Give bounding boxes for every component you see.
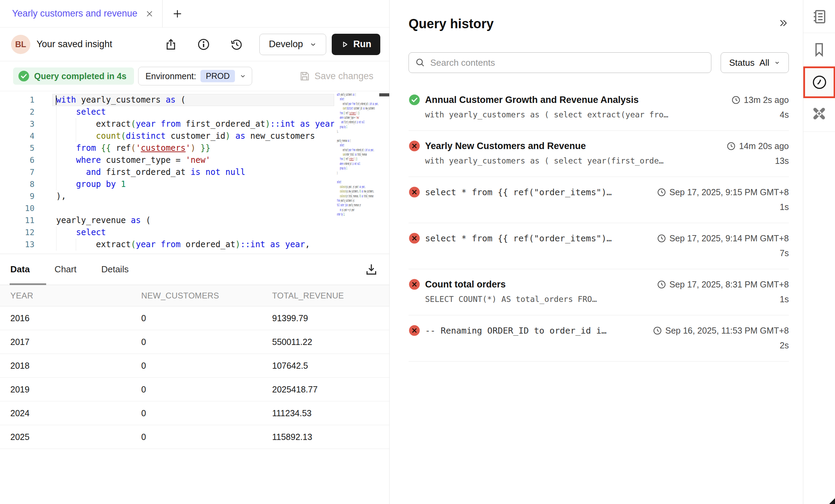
history-item[interactable]: select * from {{ ref("order_items")…Sep …	[409, 223, 789, 269]
results-table-body: 2016091399.7920170550011.2220180107642.5…	[0, 306, 389, 449]
share-icon[interactable]	[164, 38, 177, 51]
history-item[interactable]: select * from {{ ref("order_items")…Sep …	[409, 177, 789, 223]
x-circle-icon	[409, 232, 420, 244]
line-number: 6	[0, 154, 34, 166]
history-icon[interactable]	[230, 38, 243, 51]
table-row: 20250115892.13	[0, 425, 389, 449]
floppy-icon	[299, 71, 310, 82]
clock-icon	[731, 95, 741, 105]
results-tab-data[interactable]: Data	[10, 254, 30, 285]
check-circle-icon	[18, 70, 30, 82]
line-number: 9	[0, 190, 34, 202]
table-cell: 115892.13	[272, 432, 389, 442]
status-filter-value: All	[759, 57, 769, 68]
notebook-icon[interactable]	[803, 8, 835, 25]
tab-yearly-customers[interactable]: Yearly customers and revenue	[0, 0, 154, 27]
search-input[interactable]	[430, 57, 705, 68]
code-line[interactable]: group by 1	[52, 178, 334, 190]
line-number: 1	[0, 94, 34, 106]
sql-editor[interactable]: 12345678910111213 with yearly_customers …	[0, 91, 389, 254]
history-item-duration: 4s	[780, 110, 789, 120]
document-title: Your saved insight	[37, 39, 112, 50]
query-history-panel: Query history Status All Annual Customer…	[390, 0, 803, 504]
run-button[interactable]: Run	[332, 34, 380, 55]
table-cell: 2024	[10, 408, 141, 418]
results-tab-details[interactable]: Details	[101, 254, 128, 285]
status-filter-dropdown[interactable]: Status All	[721, 52, 789, 73]
avatar: BL	[11, 35, 30, 54]
history-item-title: -- Renaming ORDER_ID to order_id i…	[425, 326, 607, 336]
download-icon[interactable]	[364, 262, 378, 276]
history-item[interactable]: -- Renaming ORDER_ID to order_id i…Sep 1…	[409, 315, 789, 361]
table-cell: 0	[141, 408, 272, 418]
code-line[interactable]	[52, 202, 334, 214]
develop-dropdown[interactable]: Develop	[259, 34, 326, 55]
table-cell: 0	[141, 337, 272, 347]
table-cell: 91399.79	[272, 313, 389, 323]
editor-scrollbar-thumb[interactable]	[379, 93, 389, 96]
table-cell: 2018	[10, 361, 141, 371]
code-line[interactable]: from {{ ref('customers') }}	[52, 142, 334, 154]
tab-divider	[162, 0, 163, 28]
code-line[interactable]: yearly_revenue as (	[52, 214, 334, 227]
chevron-down-icon	[774, 60, 780, 66]
table-cell: 550011.22	[272, 337, 389, 347]
double-chevron-right-icon[interactable]	[779, 18, 789, 28]
table-row: 201902025418.77	[0, 378, 389, 401]
table-cell: 0	[141, 385, 272, 395]
line-number: 3	[0, 118, 34, 130]
history-item-title: select * from {{ ref("order_items")…	[425, 187, 612, 197]
history-item-time: Sep 17, 2025, 9:15 PM GMT+8	[657, 187, 789, 197]
app-window: Yearly customers and revenue BL Your sav…	[0, 0, 835, 504]
line-number: 5	[0, 142, 34, 154]
active-tool-highlight[interactable]	[803, 66, 835, 98]
editor-code[interactable]: with yearly_customers as ( select extrac…	[52, 94, 334, 251]
info-icon[interactable]	[197, 38, 210, 51]
code-line[interactable]: with yearly_customers as (	[52, 94, 334, 106]
resize-corner	[829, 498, 835, 504]
rail-divider	[803, 33, 835, 33]
history-item-duration: 7s	[780, 248, 789, 258]
code-line[interactable]: select	[52, 106, 334, 118]
history-item-title: Yearly New Customers and Revenue	[425, 141, 586, 151]
search-box[interactable]	[409, 52, 711, 73]
panel-title: Query history	[409, 16, 789, 32]
query-status-badge: Query completed in 4s	[13, 67, 134, 85]
history-item-query: with yearly_customers as ( select year(f…	[425, 156, 663, 165]
history-item-duration: 1s	[780, 294, 789, 304]
plus-icon[interactable]	[172, 8, 183, 20]
results-tab-chart[interactable]: Chart	[54, 254, 76, 285]
rail-divider	[803, 132, 835, 132]
history-item[interactable]: Annual Customer Growth and Revenue Analy…	[409, 85, 789, 131]
minimap-content: with yearly_customers as ( select extrac…	[337, 92, 350, 217]
close-icon[interactable]	[145, 9, 154, 18]
table-cell: 2019	[10, 385, 141, 395]
code-line[interactable]: count(distinct customer_id) as new_custo…	[52, 130, 334, 142]
line-number: 8	[0, 178, 34, 190]
column-header: YEAR	[10, 291, 141, 301]
save-changes-button[interactable]: Save changes	[299, 71, 373, 82]
environment-dropdown[interactable]: Environment: PROD	[138, 67, 252, 85]
code-line[interactable]: extract(year from first_ordered_at)::int…	[52, 118, 334, 130]
history-item-title: Count total orders	[425, 279, 506, 290]
code-line[interactable]: select	[52, 227, 334, 239]
history-item[interactable]: Count total ordersSep 17, 2025, 8:31 PM …	[409, 269, 789, 315]
history-item-time: Sep 17, 2025, 8:31 PM GMT+8	[657, 280, 789, 290]
table-cell: 0	[141, 432, 272, 442]
compass-icon[interactable]	[803, 105, 835, 122]
bookmark-icon[interactable]	[803, 41, 835, 58]
code-line[interactable]: extract(year from ordered_at)::int as ye…	[52, 239, 334, 251]
history-item[interactable]: Yearly New Customers and Revenue14m 20s …	[409, 131, 789, 177]
table-row: 20240111234.53	[0, 401, 389, 425]
code-line[interactable]: where customer_type = 'new'	[52, 154, 334, 166]
table-row: 20170550011.22	[0, 330, 389, 354]
history-item-query: SELECT COUNT(*) AS total_orders FRO…	[425, 295, 597, 304]
clock-icon	[653, 326, 662, 335]
right-icon-rail	[803, 0, 835, 504]
history-item-duration: 13s	[775, 156, 789, 166]
code-line[interactable]: ),	[52, 190, 334, 202]
editor-minimap[interactable]: with yearly_customers as ( select extrac…	[337, 92, 379, 251]
clock-icon	[812, 74, 827, 90]
check-circle-icon	[409, 94, 420, 106]
code-line[interactable]: and first_ordered_at is not null	[52, 166, 334, 178]
